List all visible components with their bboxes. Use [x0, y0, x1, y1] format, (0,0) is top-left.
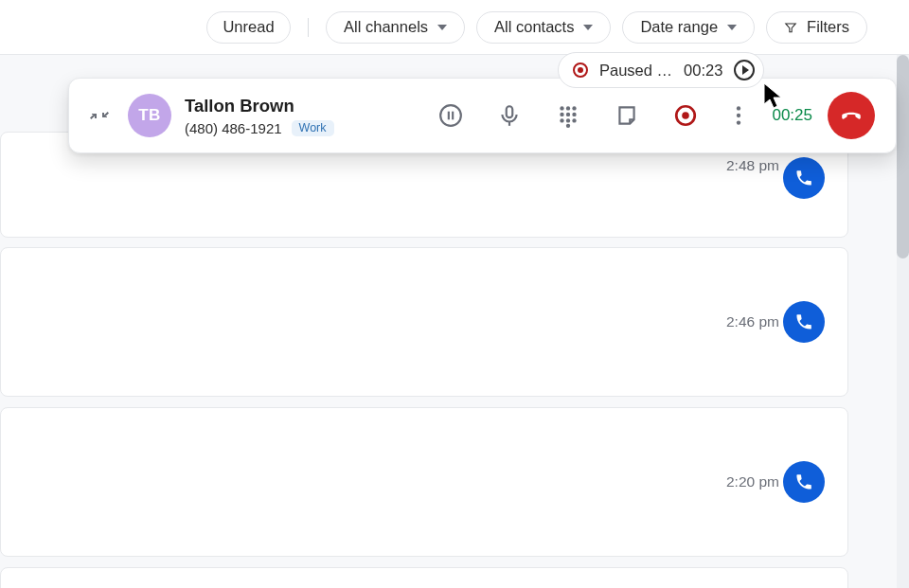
svg-point-18	[737, 114, 740, 117]
phone-icon	[794, 312, 813, 331]
dialpad-icon	[556, 103, 580, 128]
contact-name: Tallon Brown	[185, 96, 334, 116]
more-button[interactable]	[732, 103, 745, 128]
minimize-icon	[88, 104, 111, 127]
microphone-icon	[497, 103, 522, 128]
play-recording-button[interactable]	[734, 60, 755, 80]
svg-point-12	[566, 118, 570, 122]
channels-filter-button[interactable]: All channels	[326, 11, 465, 44]
filter-bar: Unread All channels All contacts Date ra…	[0, 0, 909, 55]
svg-point-6	[566, 106, 570, 110]
record-button[interactable]	[673, 103, 698, 128]
recording-status-pill: Paused … 00:23	[558, 52, 764, 88]
pause-button[interactable]	[438, 103, 463, 128]
svg-point-8	[561, 113, 564, 116]
unread-label: Unread	[223, 18, 274, 36]
contacts-filter-button[interactable]: All contacts	[476, 11, 611, 44]
phone-icon	[794, 169, 813, 187]
call-duration: 00:25	[772, 106, 812, 125]
scrollbar-thumb[interactable]	[897, 55, 909, 258]
avatar-initials: TB	[138, 106, 161, 125]
phone-label-chip: Work	[292, 120, 334, 136]
filters-button[interactable]: Filters	[766, 11, 867, 44]
svg-point-14	[566, 124, 570, 128]
unread-filter-button[interactable]: Unread	[206, 11, 290, 44]
chevron-down-icon	[583, 25, 593, 30]
contact-phone: (480) 486-1921	[185, 120, 282, 136]
avatar: TB	[128, 94, 171, 137]
dialpad-button[interactable]	[556, 103, 580, 128]
recording-time: 00:23	[684, 62, 722, 80]
record-icon	[573, 62, 588, 78]
channels-label: All channels	[344, 18, 428, 36]
conversation-card[interactable]	[0, 567, 848, 588]
conversation-card[interactable]: 2:46 pm	[0, 247, 848, 397]
call-button[interactable]	[783, 301, 825, 343]
note-button[interactable]	[615, 103, 639, 128]
svg-point-19	[737, 120, 740, 124]
conversation-time: 2:48 pm	[726, 157, 779, 174]
collapse-button[interactable]	[88, 104, 111, 127]
recording-status-text: Paused …	[599, 62, 672, 80]
conversation-time: 2:46 pm	[726, 313, 779, 330]
mute-button[interactable]	[497, 103, 522, 128]
contacts-label: All contacts	[494, 18, 574, 36]
chevron-down-icon	[437, 25, 447, 30]
phone-icon	[794, 472, 813, 491]
kebab-icon	[732, 103, 745, 128]
hangup-icon	[839, 103, 864, 128]
filters-label: Filters	[807, 18, 849, 36]
call-actions	[438, 103, 745, 128]
call-button[interactable]	[783, 157, 825, 199]
svg-point-13	[573, 118, 577, 122]
conversation-card[interactable]: 2:20 pm	[0, 407, 848, 557]
svg-point-16	[683, 112, 690, 119]
active-call-panel: TB Tallon Brown (480) 486-1921 Work	[68, 78, 897, 153]
filter-icon	[784, 21, 797, 34]
svg-point-17	[737, 106, 740, 110]
call-button[interactable]	[783, 461, 825, 503]
svg-point-0	[441, 105, 462, 126]
svg-rect-3	[507, 106, 513, 117]
chevron-down-icon	[727, 25, 737, 30]
svg-point-7	[573, 106, 577, 110]
svg-point-11	[561, 118, 564, 122]
hangup-button[interactable]	[828, 92, 875, 139]
note-icon	[615, 103, 639, 128]
conversation-time: 2:20 pm	[726, 473, 779, 490]
pause-icon	[438, 103, 463, 128]
contact-info: Tallon Brown (480) 486-1921 Work	[185, 96, 334, 136]
svg-point-9	[566, 113, 570, 116]
daterange-label: Date range	[640, 18, 718, 36]
svg-point-5	[561, 106, 564, 110]
record-icon	[673, 103, 698, 128]
filter-divider	[308, 18, 310, 37]
svg-point-10	[573, 113, 577, 116]
daterange-filter-button[interactable]: Date range	[622, 11, 755, 44]
